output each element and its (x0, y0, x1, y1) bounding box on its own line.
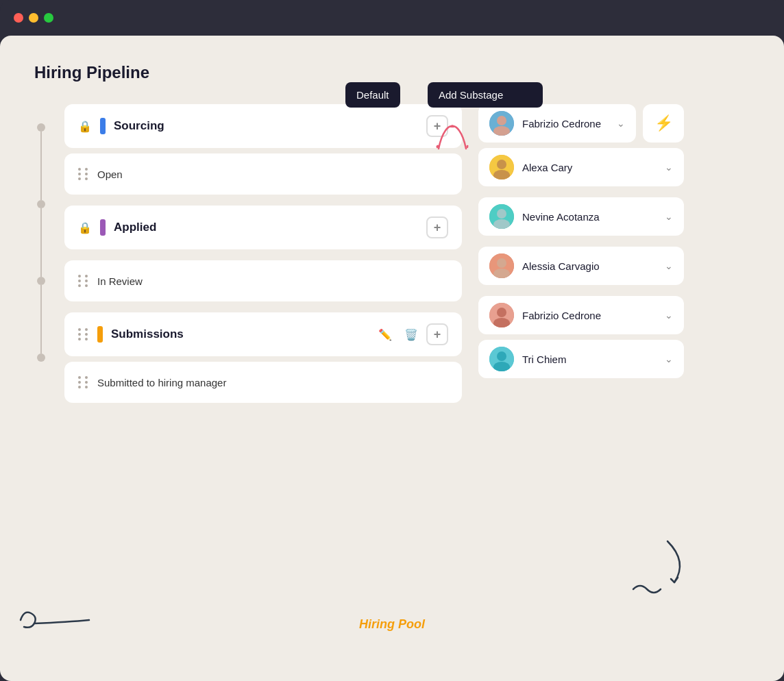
sourcing-top-row: Fabrizio Cedrone ⌄ ⚡ (478, 104, 684, 143)
stage-card-applied: 🔒 Applied + (64, 206, 462, 249)
svg-point-1 (497, 116, 506, 125)
stage-card-submitted: Submitted to hiring manager (64, 362, 462, 403)
assignee-name-alexa: Alexa Cary (522, 162, 657, 173)
stage-card-sourcing: 🔒 Sourcing + Default Add Substage (64, 104, 462, 148)
app-window: Hiring Pipeline (0, 0, 784, 681)
stages-column: 🔒 Sourcing + Default Add Substage (64, 104, 462, 403)
stage-card-open: Open (64, 153, 462, 195)
add-substage-submissions-button[interactable]: + (426, 323, 448, 345)
stage-group-applied: 🔒 Applied + (64, 206, 462, 249)
svg-point-4 (497, 160, 506, 169)
assignee-card-tri[interactable]: Tri Chiem ⌄ (478, 340, 684, 378)
stage-card-submissions: Submissions ✏️ 🗑️ + (64, 312, 462, 356)
spiral-decoration (14, 603, 96, 640)
substage-name-open: Open (97, 169, 448, 180)
lock-icon-sourcing: 🔒 (78, 120, 92, 133)
drag-handle-submitted[interactable] (78, 376, 89, 388)
main-content: Hiring Pipeline (0, 36, 784, 681)
timeline-dot-1 (37, 123, 45, 132)
add-substage-applied-button[interactable]: + (426, 216, 448, 238)
stage-name-sourcing: Sourcing (114, 119, 418, 133)
avatar-alexa (489, 155, 514, 179)
assignee-name-fabrizio2: Fabrizio Cedrone (522, 310, 657, 321)
stage-name-applied: Applied (114, 221, 418, 234)
drag-handle-submissions[interactable] (78, 328, 89, 340)
timeline-dot-4 (37, 354, 45, 362)
arrow-decoration (626, 528, 695, 599)
color-bar-sourcing (100, 118, 106, 134)
stage-group-sourcing: 🔒 Sourcing + Default Add Substage (64, 104, 462, 195)
delete-submissions-button[interactable]: 🗑️ (400, 323, 422, 345)
hiring-pool-label: Hiring Pool (359, 617, 425, 632)
assignee-card-alexa[interactable]: Alexa Cary ⌄ (478, 148, 684, 186)
stage-name-inreview: In Review (97, 275, 448, 287)
stage-group-submissions: Submissions ✏️ 🗑️ + Subm (64, 312, 462, 403)
drag-handle-open[interactable] (78, 168, 89, 180)
color-bar-applied (100, 219, 106, 236)
assignee-card-alessia[interactable]: Alessia Carvagio ⌄ (478, 247, 684, 285)
avatar-fabrizio2 (489, 303, 514, 327)
stage-name-submissions: Submissions (111, 327, 366, 341)
svg-point-10 (497, 258, 506, 268)
avatar-nevine (489, 204, 514, 229)
maximize-button[interactable] (44, 13, 53, 23)
timeline-dot-2 (37, 200, 45, 208)
stage-card-inreview: In Review (64, 260, 462, 301)
substage-name-submitted: Submitted to hiring manager (97, 377, 448, 388)
svg-point-16 (497, 351, 506, 361)
assignee-name-tri: Tri Chiem (522, 354, 657, 365)
submissions-assignees: Fabrizio Cedrone ⌄ Tri Chiem ⌄ (478, 296, 684, 378)
page-title: Hiring Pipeline (34, 63, 750, 82)
submissions-actions: ✏️ 🗑️ + (374, 323, 448, 345)
assignee-name-alessia: Alessia Carvagio (522, 260, 657, 272)
assignee-card-fabrizio2[interactable]: Fabrizio Cedrone ⌄ (478, 296, 684, 334)
color-bar-submissions (97, 326, 103, 343)
avatar-alessia (489, 253, 514, 278)
chevron-alexa: ⌄ (665, 162, 673, 173)
applied-assignees: Nevine Acotanza ⌄ (478, 197, 684, 236)
assignee-name-nevine: Nevine Acotanza (522, 211, 657, 223)
default-tooltip-text: Default (356, 89, 389, 101)
minimize-button[interactable] (29, 13, 38, 23)
inreview-assignees: Alessia Carvagio ⌄ (478, 247, 684, 285)
pipeline-container: 🔒 Sourcing + Default Add Substage (34, 104, 750, 403)
lock-icon-applied: 🔒 (78, 221, 92, 234)
assignee-name-fabrizio1: Fabrizio Cedrone (522, 118, 609, 129)
assignee-card-nevine[interactable]: Nevine Acotanza ⌄ (478, 197, 684, 236)
traffic-lights (14, 13, 53, 23)
assignee-card-fabrizio1[interactable]: Fabrizio Cedrone ⌄ (478, 104, 636, 143)
lightning-icon: ⚡ (654, 114, 673, 132)
timeline-dot-3 (37, 277, 45, 285)
svg-point-7 (497, 209, 506, 219)
avatar-fabrizio1 (489, 111, 514, 136)
sourcing-assignees: Fabrizio Cedrone ⌄ ⚡ Alexa Cary ⌄ (478, 104, 684, 186)
assignees-column: Fabrizio Cedrone ⌄ ⚡ Alexa Cary ⌄ (478, 104, 684, 403)
chevron-nevine: ⌄ (665, 211, 673, 222)
chevron-fabrizio1: ⌄ (617, 118, 625, 129)
lightning-card[interactable]: ⚡ (643, 104, 684, 143)
close-button[interactable] (14, 13, 23, 23)
stage-group-inreview: In Review (64, 260, 462, 301)
avatar-tri (489, 347, 514, 371)
chevron-alessia: ⌄ (665, 260, 673, 271)
chevron-tri: ⌄ (665, 354, 673, 364)
crown-decoration (425, 121, 480, 162)
add-substage-tooltip-text: Add Substage (439, 89, 503, 101)
titlebar (0, 0, 784, 36)
svg-point-13 (497, 308, 506, 317)
drag-handle-inreview[interactable] (78, 275, 89, 287)
edit-submissions-button[interactable]: ✏️ (374, 323, 396, 345)
chevron-fabrizio2: ⌄ (665, 310, 673, 321)
